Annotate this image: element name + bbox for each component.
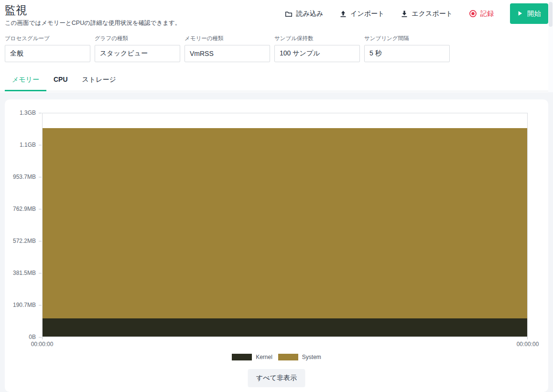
sample-count-label: サンプル保持数 <box>274 35 360 42</box>
page-title: 監視 <box>5 3 27 18</box>
y-tick-label: 762.9MB <box>13 206 36 212</box>
y-tick-mark <box>39 177 42 177</box>
folder-icon <box>285 10 293 18</box>
y-tick-mark <box>39 305 42 305</box>
y-tick-mark <box>39 273 42 273</box>
start-button-label: 開始 <box>527 9 541 18</box>
record-button[interactable]: 記録 <box>469 10 494 18</box>
x-tick-start <box>42 337 43 339</box>
start-button[interactable]: 開始 <box>510 3 548 24</box>
filter-row: プロセスグループ グラフの種類 メモリーの種類 サンプル保持数 サンプリング間隔 <box>5 35 450 62</box>
series-band-system <box>43 128 527 318</box>
export-button[interactable]: エクスポート <box>401 10 453 18</box>
legend-kernel-label: Kernel <box>256 354 272 360</box>
kernel-swatch <box>232 354 252 360</box>
y-tick-label: 572.2MB <box>13 238 36 244</box>
tab-storage[interactable]: ストレージ <box>75 72 123 91</box>
export-button-label: エクスポート <box>412 10 453 18</box>
legend-system-label: System <box>302 354 321 360</box>
sampling-interval-label: サンプリング間隔 <box>364 35 450 42</box>
system-swatch <box>278 354 298 360</box>
tab-memory[interactable]: メモリー <box>5 72 46 91</box>
import-button[interactable]: インポート <box>339 10 384 18</box>
y-tick-mark <box>39 145 42 145</box>
field-sample-count: サンプル保持数 <box>274 35 360 62</box>
graph-type-label: グラフの種類 <box>95 35 180 42</box>
y-tick-mark <box>39 209 42 209</box>
x-axis-start-label: 00:00:00 <box>31 341 54 348</box>
app-root: { "page": { "title": "監視", "subtitle": "… <box>0 0 553 392</box>
process-group-select[interactable] <box>5 45 90 62</box>
memory-type-select[interactable] <box>184 45 270 62</box>
content-region: 1.3GB1.1GB953.7MB762.9MB572.2MB381.5MB19… <box>0 92 553 392</box>
load-button[interactable]: 読み込み <box>285 10 323 18</box>
legend-item-kernel[interactable]: Kernel <box>232 354 272 360</box>
graph-type-select[interactable] <box>95 45 180 62</box>
load-button-label: 読み込み <box>296 10 323 18</box>
record-icon <box>469 10 477 18</box>
scrollbar[interactable] <box>548 0 553 92</box>
page-subtitle: この画面ではメモリーとCPUの詳細な使用状況を確認できます。 <box>5 19 181 27</box>
field-process-group: プロセスグループ <box>5 35 90 62</box>
tab-bar: メモリー CPU ストレージ <box>0 72 553 91</box>
record-button-label: 記録 <box>480 10 494 18</box>
y-tick-label: 381.5MB <box>13 270 36 276</box>
memory-type-label: メモリーの種類 <box>184 35 270 42</box>
y-tick-label: 953.7MB <box>13 174 36 180</box>
sample-count-select[interactable] <box>274 45 360 62</box>
legend-item-system[interactable]: System <box>278 354 321 360</box>
chart-card: 1.3GB1.1GB953.7MB762.9MB572.2MB381.5MB19… <box>5 99 548 392</box>
y-tick-label: 1.1GB <box>20 142 36 148</box>
y-axis: 1.3GB1.1GB953.7MB762.9MB572.2MB381.5MB19… <box>5 113 42 337</box>
field-sampling-interval: サンプリング間隔 <box>364 35 450 62</box>
chart-legend: Kernel System <box>5 354 548 360</box>
series-band-kernel <box>43 318 527 337</box>
sampling-interval-select[interactable] <box>364 45 450 62</box>
x-tick-end <box>527 337 528 339</box>
y-tick-mark <box>39 241 42 241</box>
upload-icon <box>339 10 347 18</box>
y-tick-mark <box>39 113 42 113</box>
y-tick-label: 190.7MB <box>13 302 36 308</box>
import-button-label: インポート <box>350 10 384 18</box>
y-tick-label: 0B <box>29 334 36 340</box>
toolbar: 読み込み インポート エクスポート 記録 開始 <box>285 0 548 27</box>
scrollbar-thumb[interactable] <box>549 2 553 27</box>
x-axis-end-label: 00:00:00 <box>517 341 539 348</box>
plot-area[interactable] <box>42 113 528 337</box>
y-tick-label: 1.3GB <box>20 109 36 116</box>
download-icon <box>401 10 408 18</box>
y-tick-mark <box>39 337 42 338</box>
field-graph-type: グラフの種類 <box>95 35 180 62</box>
field-memory-type: メモリーの種類 <box>184 35 270 62</box>
tab-cpu[interactable]: CPU <box>46 72 75 91</box>
process-group-label: プロセスグループ <box>5 35 90 42</box>
play-icon <box>517 10 523 18</box>
hide-all-button[interactable]: すべて非表示 <box>248 369 305 387</box>
